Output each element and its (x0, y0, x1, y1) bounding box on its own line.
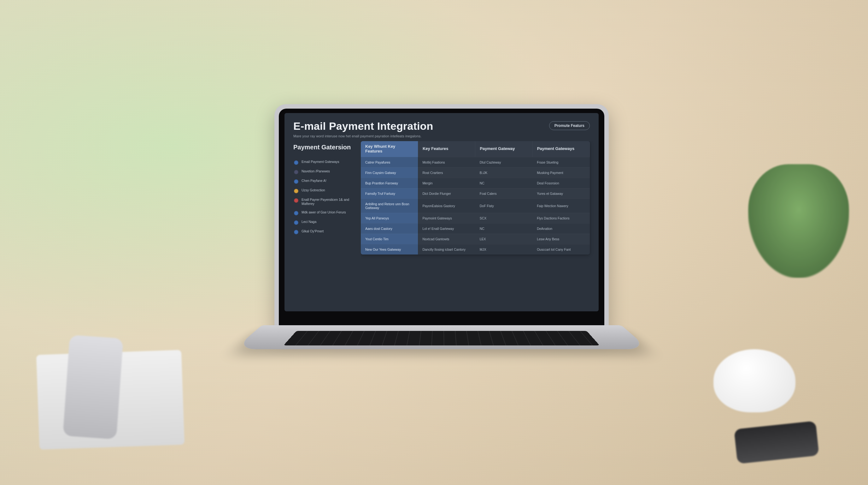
laptop-base (262, 325, 621, 366)
table-cell: Aaes dost Castory (361, 223, 418, 234)
bullet-icon (294, 179, 299, 184)
column-header-2[interactable]: Payment Gateway (475, 141, 532, 157)
bullet-icon (294, 189, 299, 193)
column-header-1[interactable]: Key Features (418, 141, 475, 157)
table-cell: Deal Fosorsion (532, 178, 589, 188)
sidebar-item-3[interactable]: Uzsy Gotrection (293, 187, 356, 195)
laptop-bezel: E-mail Payment Integration Mare your ray… (279, 109, 604, 327)
table-row[interactable]: Yep All ParwoysPaymoint GatewaysSCXFlys … (361, 213, 590, 223)
table-cell: PayonEalsios Gastory (418, 199, 475, 213)
table-cell: Ousccart tol Cany Fant (532, 244, 589, 255)
table-row[interactable]: Bup Prantlon FarowayMerginNCDeal Fosorsi… (361, 178, 590, 188)
laptop: E-mail Payment Integration Mare your ray… (274, 104, 609, 366)
table-cell: NC (475, 223, 532, 234)
table-row[interactable]: New Our Yees GatwwayDanctly Ilosing icba… (361, 244, 590, 255)
sidebar-item-label: Glkal Oy'Pmert (302, 229, 323, 233)
comparison-table: Key Whunt Key FeaturesKey FeaturesPaymen… (361, 141, 590, 255)
bullet-icon (294, 198, 299, 203)
header: E-mail Payment Integration Mare your ray… (284, 113, 599, 141)
table-row[interactable]: Finn Caysirn GatwayRost CrartiersB.iJKMu… (361, 167, 590, 178)
table-cell: Lesw Any Bess (532, 234, 589, 244)
bullet-icon (294, 161, 299, 165)
sidebar-item-label: Uzsy Gotrection (302, 188, 325, 192)
table-cell: DeAnation (532, 223, 589, 234)
table-cell: Musking Payment (532, 167, 589, 178)
sidebar-item-label: Mdk awer of Gse Urion Ferurs (302, 210, 346, 215)
sidebar-item-0[interactable]: Email Payment Gsteways (293, 159, 356, 166)
sidebar-heading: Payment Gatersion (293, 144, 356, 151)
page-subtitle: Mare your ray word interuse now het enal… (293, 134, 544, 138)
comparison-table-card: Key Whunt Key FeaturesKey FeaturesPaymen… (361, 141, 590, 255)
table-cell: B.iJK (475, 167, 532, 178)
sidebar-item-4[interactable]: Enall Payrer Payersticen 1& and Mafterey (293, 196, 356, 207)
prop-phone-left (63, 335, 123, 439)
table-cell: NC (475, 178, 532, 188)
bullet-icon (294, 230, 299, 234)
table-cell: Faip Wection Nawery (532, 199, 589, 213)
table-header-row: Key Whunt Key FeaturesKey FeaturesPaymen… (361, 141, 590, 157)
content: Payment Gatersion Email Payment Gsteways… (284, 141, 599, 311)
table-cell: Frase Stueting (532, 157, 589, 167)
sidebar-item-label: Chen Payfane A! (302, 179, 327, 183)
bullet-icon (294, 220, 299, 225)
table-cell: Famslly Truf Fartusy (361, 188, 418, 199)
sidebar-item-7[interactable]: Glkal Oy'Pmert (293, 228, 356, 235)
sidebar-item-label: Leci Naga (302, 220, 316, 224)
table-cell: Yep All Parwoys (361, 213, 418, 223)
sidebar-item-label: Email Payment Gsteways (302, 160, 339, 164)
table-cell: MJX (475, 244, 532, 255)
prop-phone-right (734, 421, 819, 464)
table-cell: SCX (475, 213, 532, 223)
sidebar-item-label: Enall Payrer Payersticen 1& and Mafterey (302, 198, 356, 206)
page-title: E-mail Payment Integration (293, 120, 544, 132)
comparison-table-wrap: Key Whunt Key FeaturesKey FeaturesPaymen… (361, 141, 599, 303)
table-cell: Catrer Payafures (361, 157, 418, 167)
sidebar-item-label: Navetion /Parwwes (302, 169, 330, 173)
promote-features-button[interactable]: Promute Featurs (549, 121, 590, 130)
table-cell: New Our Yees Gatwway (361, 244, 418, 255)
table-row[interactable]: Famslly Truf FartusyDict Dordie FlungerF… (361, 188, 590, 199)
table-cell: Dict Dordie Flunger (418, 188, 475, 199)
column-header-0[interactable]: Key Whunt Key Features (361, 141, 418, 157)
table-cell: LEX (475, 234, 532, 244)
table-cell: Anbillng and Retore unn Bosn Gattaway (361, 199, 418, 213)
table-row[interactable]: Anbillng and Retore unn Bosn GattawayPay… (361, 199, 590, 213)
column-header-3[interactable]: Payment Gateways (532, 141, 589, 157)
laptop-lid: E-mail Payment Integration Mare your ray… (274, 104, 609, 332)
table-cell: Nsxtcad Gantowts (418, 234, 475, 244)
bullet-icon (294, 170, 299, 174)
table-cell: Foal Calers (475, 188, 532, 199)
table-cell: Yout Centio Tim (361, 234, 418, 244)
table-row[interactable]: Yout Centio TimNsxtcad GantowtsLEXLesw A… (361, 234, 590, 244)
table-cell: Finn Caysirn Gatway (361, 167, 418, 178)
table-row[interactable]: Catrer PayafuresMotlirj FaationsDtul Caz… (361, 157, 590, 167)
sidebar-item-2[interactable]: Chen Payfane A! (293, 177, 356, 185)
table-cell: DoF Fisty (475, 199, 532, 213)
sidebar-item-5[interactable]: Mdk awer of Gse Urion Ferurs (293, 209, 356, 217)
table-cell: Mergin (418, 178, 475, 188)
laptop-keyboard (284, 331, 599, 345)
sidebar-list: Email Payment GstewaysNavetion /ParwwesC… (293, 159, 356, 235)
bullet-icon (294, 211, 299, 215)
sidebar-item-6[interactable]: Leci Naga (293, 219, 356, 226)
header-titles: E-mail Payment Integration Mare your ray… (293, 120, 544, 138)
table-row[interactable]: Aaes dost CastoryLol e! Enall GartewayNC… (361, 223, 590, 234)
table-cell: Lol e! Enall Garteway (418, 223, 475, 234)
table-cell: Paymoint Gateways (418, 213, 475, 223)
table-body: Catrer PayafuresMotlirj FaationsDtul Caz… (361, 157, 590, 255)
prop-plant (748, 164, 849, 278)
table-cell: Yures et Gataway (532, 188, 589, 199)
app-screen: E-mail Payment Integration Mare your ray… (284, 113, 599, 311)
table-cell: Rost Crartiers (418, 167, 475, 178)
table-cell: Motlirj Faations (418, 157, 475, 167)
table-cell: Bup Prantlon Faroway (361, 178, 418, 188)
prop-coffee-cup (713, 349, 796, 412)
sidebar-item-1[interactable]: Navetion /Parwwes (293, 168, 356, 176)
scene-photo-backdrop: E-mail Payment Integration Mare your ray… (0, 0, 868, 485)
table-cell: Danctly Ilosing icbart Cantory (418, 244, 475, 255)
sidebar: Payment Gatersion Email Payment Gsteways… (284, 141, 361, 303)
table-cell: Flys Dactions Factiors (532, 213, 589, 223)
table-cell: Dtul Cazteway (475, 157, 532, 167)
